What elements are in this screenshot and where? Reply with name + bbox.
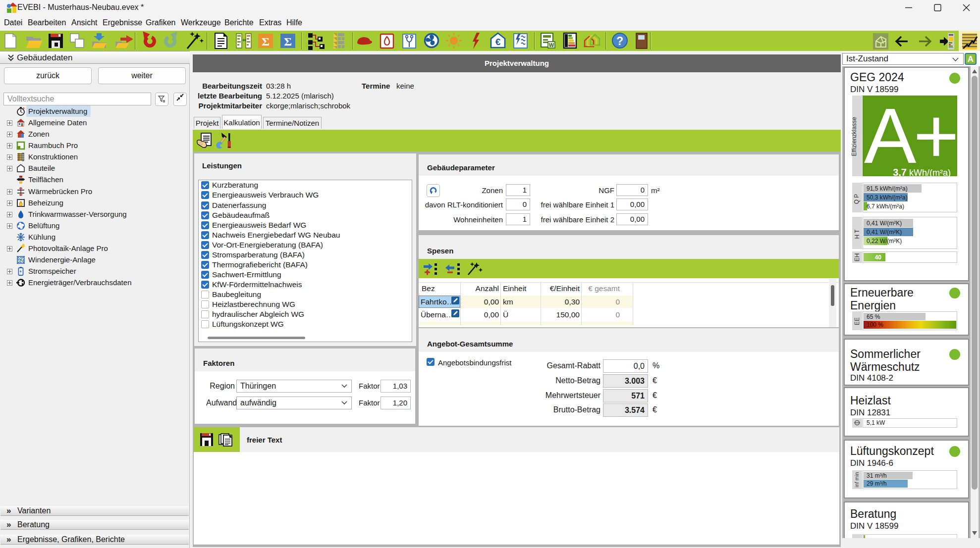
svg-text:?: ?	[616, 35, 623, 48]
svg-text:W: W	[549, 42, 554, 48]
svg-text:Σ: Σ	[262, 35, 270, 48]
svg-text:€: €	[495, 37, 501, 47]
svg-text:Σ: Σ	[284, 35, 292, 48]
